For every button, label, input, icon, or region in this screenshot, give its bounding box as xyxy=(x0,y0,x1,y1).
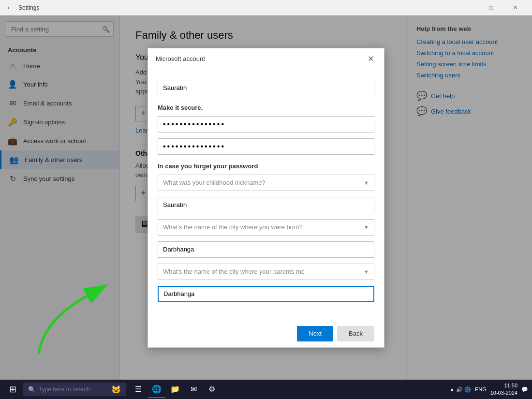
dropdown-arrow-icon-3: ▼ xyxy=(364,269,369,275)
date-display: 10-03-2024 xyxy=(490,389,517,397)
modal-overlay: Microsoft account ✕ Make it secure. In c… xyxy=(0,15,532,380)
taskbar-mail[interactable]: ✉ xyxy=(185,381,202,398)
confirm-password-field xyxy=(158,138,374,155)
taskbar-clock[interactable]: 11:50 10-03-2024 xyxy=(490,382,517,397)
taskbar-right: ▲ 🔊 🌐 ENG 11:50 10-03-2024 💬 xyxy=(449,382,528,397)
dropdown-arrow-icon-2: ▼ xyxy=(364,224,369,230)
security-q2-dropdown[interactable]: What's the name of the city where you we… xyxy=(158,219,374,236)
username-field xyxy=(158,80,374,96)
minimize-button[interactable]: ─ xyxy=(456,0,478,15)
security-q1-placeholder: What was your childhood nickname? xyxy=(163,179,266,186)
start-button[interactable]: ⊞ xyxy=(4,381,21,398)
modal-footer: Next Back xyxy=(148,320,384,347)
notification-icon[interactable]: 💬 xyxy=(521,386,528,393)
modal-body: Make it secure. In case you forget your … xyxy=(148,70,384,320)
forget-password-label: In case you forget your password xyxy=(158,163,374,170)
taskbar-multitask[interactable]: ☰ xyxy=(130,381,147,398)
username-input[interactable] xyxy=(158,80,374,96)
taskbar-search[interactable]: 🔍 🐱 xyxy=(23,383,126,396)
security-q3-answer-field xyxy=(158,286,374,302)
maximize-button[interactable]: □ xyxy=(480,0,502,15)
make-secure-label: Make it secure. xyxy=(158,104,374,111)
taskbar-edge[interactable]: 🌐 xyxy=(148,381,165,398)
security-q1-dropdown[interactable]: What was your childhood nickname? ▼ xyxy=(158,175,374,191)
password-input[interactable] xyxy=(158,116,374,133)
taskbar: ⊞ 🔍 🐱 ☰ 🌐 📁 ✉ ⚙ ▲ 🔊 🌐 ENG 11:50 10-03-20… xyxy=(0,380,532,399)
app-title: Settings xyxy=(18,4,39,11)
confirm-password-input[interactable] xyxy=(158,138,374,155)
password-field xyxy=(158,116,374,133)
microsoft-account-modal: Microsoft account ✕ Make it secure. In c… xyxy=(148,48,384,348)
system-tray-icons: ▲ 🔊 🌐 xyxy=(449,386,471,393)
security-q3-placeholder: What's the name of the city where your p… xyxy=(163,268,305,275)
security-q1-answer-field xyxy=(158,197,374,213)
next-button[interactable]: Next xyxy=(297,326,333,341)
close-button[interactable]: ✕ xyxy=(504,0,526,15)
security-q1-answer-input[interactable] xyxy=(158,197,374,213)
security-q3-dropdown[interactable]: What's the name of the city where your p… xyxy=(158,264,374,280)
modal-close-button[interactable]: ✕ xyxy=(365,53,376,65)
modal-titlebar: Microsoft account ✕ xyxy=(148,48,384,70)
back-button-modal[interactable]: Back xyxy=(337,326,374,341)
time-display: 11:50 xyxy=(490,382,517,389)
language-indicator: ENG xyxy=(475,386,487,392)
taskbar-search-input[interactable] xyxy=(39,386,106,393)
security-q2-placeholder: What's the name of the city where you we… xyxy=(163,223,303,231)
taskbar-apps: ☰ 🌐 📁 ✉ ⚙ xyxy=(130,381,221,398)
dropdown-arrow-icon: ▼ xyxy=(364,180,369,186)
security-q3-answer-input[interactable] xyxy=(158,286,374,302)
titlebar: ← Settings ─ □ ✕ xyxy=(0,0,532,15)
back-button[interactable]: ← xyxy=(6,3,15,12)
taskbar-explorer[interactable]: 📁 xyxy=(166,381,184,398)
modal-title: Microsoft account xyxy=(156,55,205,62)
taskbar-settings[interactable]: ⚙ xyxy=(203,381,221,398)
security-q2-answer-input[interactable] xyxy=(158,241,374,258)
security-q2-answer-field xyxy=(158,241,374,258)
